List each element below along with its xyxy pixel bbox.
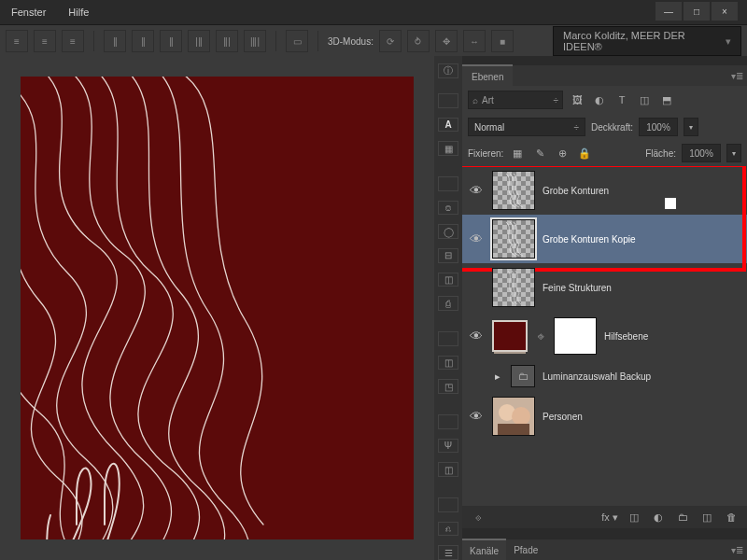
visibility-toggle[interactable]: 👁 [468, 231, 485, 246]
disclosure-triangle-icon[interactable]: ▸ [492, 371, 503, 383]
mask-thumbnail[interactable] [554, 317, 597, 355]
layer-name[interactable]: Grobe Konturen [543, 186, 741, 196]
adjustment-layer-icon[interactable]: ◐ [650, 509, 667, 525]
panel-icon-actions[interactable]: ☰ [438, 545, 458, 560]
visibility-toggle[interactable]: 👁 [468, 183, 485, 198]
layer-row[interactable]: Feine Strukturen [462, 263, 747, 312]
align-right-icon[interactable]: ≡ [62, 30, 84, 52]
layer-row[interactable]: 👁 Personen [462, 392, 747, 441]
panel-icon-color[interactable]: ◯ [438, 224, 458, 239]
workspace-selector[interactable]: Marco Kolditz, MEER DER IDEEN® ▾ [553, 26, 741, 56]
panel-menu-icon[interactable]: ▾≣ [731, 545, 743, 555]
fill-value[interactable]: 100% [682, 144, 721, 162]
distribute-2-icon[interactable]: ‖ [132, 30, 154, 52]
layer-mask-icon[interactable]: ◫ [626, 509, 642, 525]
panel-icon-adjust[interactable]: ◫ [438, 356, 458, 371]
panel-icon-styles[interactable]: ◫ [438, 273, 458, 287]
filter-shape-icon[interactable]: ◫ [636, 91, 653, 108]
opacity-stepper[interactable]: ▾ [684, 118, 698, 136]
artwork [21, 77, 414, 539]
tab-kanale[interactable]: Kanäle [462, 539, 506, 560]
layer-row[interactable]: 👁 Grobe Konturen Kopie [462, 215, 747, 263]
layer-name[interactable]: Hilfsebene [604, 331, 741, 342]
filter-type-icon[interactable]: T [613, 91, 630, 108]
filter-smart-icon[interactable]: ⬒ [658, 91, 675, 108]
panel-icon-histogram[interactable]: ◫ [438, 462, 458, 477]
layer-row[interactable]: 👁 ⎆ Hilfsebene [462, 312, 747, 360]
minimize-button[interactable]: — [655, 2, 682, 21]
maximize-button[interactable]: □ [684, 2, 710, 21]
lock-transparent-icon[interactable]: ▦ [509, 145, 526, 161]
layers-list: 👁 Grobe Konturen 👁 Grobe Konturen Kopie [462, 166, 747, 506]
layer-thumbnail[interactable] [492, 397, 535, 436]
filter-adjust-icon[interactable]: ◐ [591, 91, 608, 108]
delete-layer-icon[interactable]: 🗑 [723, 509, 740, 525]
tab-pfade[interactable]: Pfade [506, 539, 545, 560]
panel-icon-clone[interactable]: Ψ [438, 439, 458, 454]
layer-name[interactable]: Feine Strukturen [543, 283, 741, 293]
align-left-icon[interactable]: ≡ [6, 30, 28, 52]
fill-stepper[interactable]: ▾ [726, 144, 741, 162]
chevron-down-icon: ▾ [726, 35, 731, 48]
new-group-icon[interactable]: 🗀 [674, 509, 691, 525]
panel-icon-brush[interactable]: ⎙ [438, 296, 458, 311]
lock-label: Fixieren: [468, 148, 503, 159]
filter-pixel-icon[interactable]: 🖼 [569, 91, 585, 108]
panel-icon-mask[interactable]: ◳ [438, 379, 458, 394]
svg-rect-3 [498, 424, 529, 435]
layer-name[interactable]: Grobe Konturen Kopie [543, 234, 741, 245]
3d-orbit-icon[interactable]: ⟳ [379, 30, 402, 52]
layer-filter-row: ⌕ Art ÷ 🖼 ◐ T ◫ ⬒ [462, 86, 747, 114]
menu-hilfe[interactable]: Hilfe [68, 7, 89, 18]
panel-icon-navigator[interactable]: ⎊ [438, 201, 458, 216]
close-button[interactable]: × [712, 2, 738, 21]
layer-thumbnail[interactable] [492, 268, 535, 307]
tab-ebenen[interactable]: Ebenen [462, 64, 513, 87]
distribute-4-icon[interactable]: |‖ [188, 30, 210, 52]
distribute-5-icon[interactable]: ‖| [216, 30, 238, 52]
opacity-value[interactable]: 100% [639, 118, 678, 136]
adjustment-thumbnail[interactable] [492, 320, 528, 352]
panel-icon-paragraph[interactable]: ▦ [438, 141, 458, 156]
lock-pixels-icon[interactable]: ✎ [531, 145, 548, 161]
panel-icon-character[interactable]: A [438, 118, 458, 133]
3d-scale-icon[interactable]: ■ [491, 30, 514, 52]
3d-slide-icon[interactable]: ↔ [463, 30, 486, 52]
menu-fenster[interactable]: Fenster [11, 7, 46, 18]
distribute-1-icon[interactable]: ‖ [104, 30, 126, 52]
distribute-6-icon[interactable]: |‖| [244, 30, 266, 52]
panel-icon-history[interactable]: ⎌ [438, 522, 458, 537]
visibility-toggle[interactable]: 👁 [468, 409, 485, 424]
layer-thumbnail[interactable] [492, 171, 535, 210]
layer-filter-type[interactable]: ⌕ Art ÷ [468, 91, 563, 109]
lock-all-icon[interactable]: 🔒 [576, 145, 593, 161]
panel-icon-info[interactable]: ⓘ [438, 63, 458, 78]
collapsed-panel-strip: ⓘ A ▦ ⎊ ◯ ⊟ ◫ ⎙ ◫ ◳ Ψ ◫ ⎌ ☰ [434, 56, 462, 560]
auto-align-icon[interactable]: ▭ [286, 30, 308, 52]
layer-row[interactable]: ▸ 🗀 Luminanzauswahl Backup [462, 360, 747, 392]
3d-pan-icon[interactable]: ✥ [435, 30, 458, 52]
new-layer-icon[interactable]: ◫ [698, 509, 715, 525]
layer-name[interactable]: Personen [543, 412, 741, 422]
layers-panel-footer: ⟐ fx ▾ ◫ ◐ 🗀 ◫ 🗑 [462, 506, 747, 528]
lock-fill-row: Fixieren: ▦ ✎ ⊕ 🔒 Fläche: 100% ▾ [462, 140, 747, 166]
blend-mode-select[interactable]: Normal ÷ [468, 118, 585, 136]
layer-fx-icon[interactable]: fx ▾ [601, 509, 618, 525]
align-ctr-icon[interactable]: ≡ [34, 30, 56, 52]
secondary-panel-tabs: Kanäle Pfade ▾≣ [462, 539, 747, 560]
layer-thumbnail[interactable] [492, 219, 535, 259]
search-icon: ⌕ [472, 95, 478, 105]
panel-menu-icon[interactable]: ▾≣ [731, 71, 743, 81]
layer-row[interactable]: 👁 Grobe Konturen [462, 166, 747, 215]
visibility-toggle[interactable]: 👁 [468, 329, 485, 343]
3d-roll-icon[interactable]: ⥁ [407, 30, 430, 52]
lock-position-icon[interactable]: ⊕ [554, 145, 571, 161]
canvas[interactable] [21, 77, 414, 539]
layer-name[interactable]: Luminanzauswahl Backup [543, 371, 741, 382]
layers-panel: Ebenen ▾≣ ⌕ Art ÷ 🖼 ◐ T ◫ ⬒ Normal ÷ [462, 56, 747, 560]
panel-icon-swatches[interactable]: ⊟ [438, 248, 458, 263]
link-layers-icon[interactable]: ⟐ [470, 509, 486, 525]
opacity-label: Deckkraft: [591, 122, 633, 133]
fill-label: Fläche: [645, 148, 676, 159]
distribute-3-icon[interactable]: ‖ [160, 30, 182, 52]
